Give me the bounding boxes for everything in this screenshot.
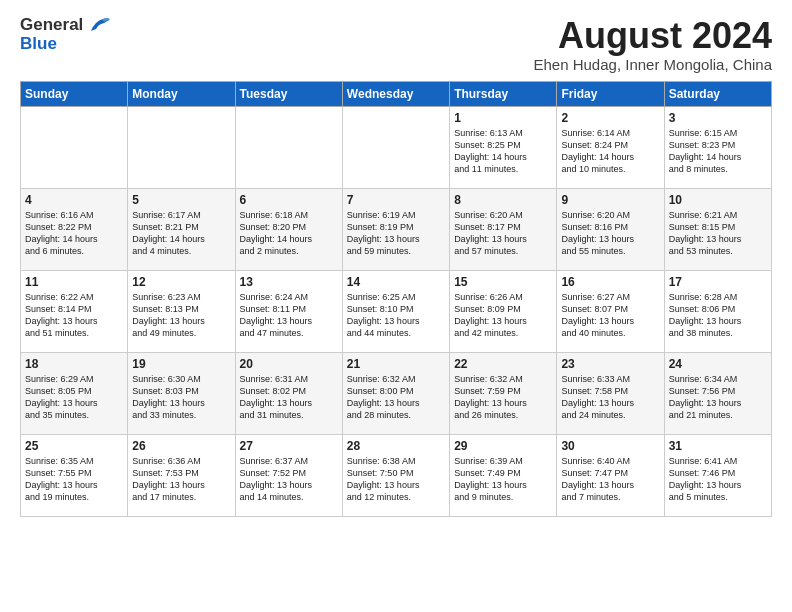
cell-content: Sunrise: 6:29 AM Sunset: 8:05 PM Dayligh… xyxy=(25,373,123,422)
calendar-cell: 25Sunrise: 6:35 AM Sunset: 7:55 PM Dayli… xyxy=(21,434,128,516)
day-number: 16 xyxy=(561,275,659,289)
cell-content: Sunrise: 6:36 AM Sunset: 7:53 PM Dayligh… xyxy=(132,455,230,504)
header-day-sunday: Sunday xyxy=(21,81,128,106)
day-number: 19 xyxy=(132,357,230,371)
logo-blue: Blue xyxy=(20,34,57,53)
calendar-cell: 30Sunrise: 6:40 AM Sunset: 7:47 PM Dayli… xyxy=(557,434,664,516)
calendar-cell: 28Sunrise: 6:38 AM Sunset: 7:50 PM Dayli… xyxy=(342,434,449,516)
logo-container: General Blue xyxy=(20,16,111,53)
cell-content: Sunrise: 6:14 AM Sunset: 8:24 PM Dayligh… xyxy=(561,127,659,176)
day-number: 15 xyxy=(454,275,552,289)
calendar-cell: 21Sunrise: 6:32 AM Sunset: 8:00 PM Dayli… xyxy=(342,352,449,434)
cell-content: Sunrise: 6:22 AM Sunset: 8:14 PM Dayligh… xyxy=(25,291,123,340)
day-number: 30 xyxy=(561,439,659,453)
cell-content: Sunrise: 6:23 AM Sunset: 8:13 PM Dayligh… xyxy=(132,291,230,340)
calendar-cell: 3Sunrise: 6:15 AM Sunset: 8:23 PM Daylig… xyxy=(664,106,771,188)
cell-content: Sunrise: 6:37 AM Sunset: 7:52 PM Dayligh… xyxy=(240,455,338,504)
cell-content: Sunrise: 6:21 AM Sunset: 8:15 PM Dayligh… xyxy=(669,209,767,258)
header-day-saturday: Saturday xyxy=(664,81,771,106)
week-row-5: 25Sunrise: 6:35 AM Sunset: 7:55 PM Dayli… xyxy=(21,434,772,516)
cell-content: Sunrise: 6:40 AM Sunset: 7:47 PM Dayligh… xyxy=(561,455,659,504)
header-day-tuesday: Tuesday xyxy=(235,81,342,106)
calendar-cell xyxy=(128,106,235,188)
calendar-cell: 9Sunrise: 6:20 AM Sunset: 8:16 PM Daylig… xyxy=(557,188,664,270)
cell-content: Sunrise: 6:16 AM Sunset: 8:22 PM Dayligh… xyxy=(25,209,123,258)
cell-content: Sunrise: 6:38 AM Sunset: 7:50 PM Dayligh… xyxy=(347,455,445,504)
calendar-cell: 13Sunrise: 6:24 AM Sunset: 8:11 PM Dayli… xyxy=(235,270,342,352)
calendar-cell: 5Sunrise: 6:17 AM Sunset: 8:21 PM Daylig… xyxy=(128,188,235,270)
calendar-cell: 14Sunrise: 6:25 AM Sunset: 8:10 PM Dayli… xyxy=(342,270,449,352)
day-number: 26 xyxy=(132,439,230,453)
cell-content: Sunrise: 6:32 AM Sunset: 8:00 PM Dayligh… xyxy=(347,373,445,422)
day-number: 7 xyxy=(347,193,445,207)
calendar-cell: 24Sunrise: 6:34 AM Sunset: 7:56 PM Dayli… xyxy=(664,352,771,434)
calendar-cell: 7Sunrise: 6:19 AM Sunset: 8:19 PM Daylig… xyxy=(342,188,449,270)
cell-content: Sunrise: 6:39 AM Sunset: 7:49 PM Dayligh… xyxy=(454,455,552,504)
day-number: 11 xyxy=(25,275,123,289)
calendar-cell: 1Sunrise: 6:13 AM Sunset: 8:25 PM Daylig… xyxy=(450,106,557,188)
calendar-cell: 27Sunrise: 6:37 AM Sunset: 7:52 PM Dayli… xyxy=(235,434,342,516)
day-number: 22 xyxy=(454,357,552,371)
day-number: 10 xyxy=(669,193,767,207)
calendar-cell: 22Sunrise: 6:32 AM Sunset: 7:59 PM Dayli… xyxy=(450,352,557,434)
day-number: 25 xyxy=(25,439,123,453)
calendar-cell: 18Sunrise: 6:29 AM Sunset: 8:05 PM Dayli… xyxy=(21,352,128,434)
day-number: 31 xyxy=(669,439,767,453)
day-number: 9 xyxy=(561,193,659,207)
calendar-cell: 12Sunrise: 6:23 AM Sunset: 8:13 PM Dayli… xyxy=(128,270,235,352)
day-number: 8 xyxy=(454,193,552,207)
day-number: 4 xyxy=(25,193,123,207)
cell-content: Sunrise: 6:20 AM Sunset: 8:16 PM Dayligh… xyxy=(561,209,659,258)
cell-content: Sunrise: 6:41 AM Sunset: 7:46 PM Dayligh… xyxy=(669,455,767,504)
location: Ehen Hudag, Inner Mongolia, China xyxy=(534,56,773,73)
logo: General Blue xyxy=(20,16,111,53)
calendar-cell: 15Sunrise: 6:26 AM Sunset: 8:09 PM Dayli… xyxy=(450,270,557,352)
header-day-wednesday: Wednesday xyxy=(342,81,449,106)
header: General Blue August 2024 Ehen Hudag, Inn… xyxy=(20,16,772,73)
title-block: August 2024 Ehen Hudag, Inner Mongolia, … xyxy=(534,16,773,73)
day-number: 20 xyxy=(240,357,338,371)
calendar-cell: 23Sunrise: 6:33 AM Sunset: 7:58 PM Dayli… xyxy=(557,352,664,434)
cell-content: Sunrise: 6:27 AM Sunset: 8:07 PM Dayligh… xyxy=(561,291,659,340)
day-number: 29 xyxy=(454,439,552,453)
day-number: 6 xyxy=(240,193,338,207)
day-number: 18 xyxy=(25,357,123,371)
cell-content: Sunrise: 6:33 AM Sunset: 7:58 PM Dayligh… xyxy=(561,373,659,422)
calendar-cell: 11Sunrise: 6:22 AM Sunset: 8:14 PM Dayli… xyxy=(21,270,128,352)
cell-content: Sunrise: 6:18 AM Sunset: 8:20 PM Dayligh… xyxy=(240,209,338,258)
week-row-4: 18Sunrise: 6:29 AM Sunset: 8:05 PM Dayli… xyxy=(21,352,772,434)
cell-content: Sunrise: 6:30 AM Sunset: 8:03 PM Dayligh… xyxy=(132,373,230,422)
day-number: 12 xyxy=(132,275,230,289)
logo-text: General Blue xyxy=(20,16,111,53)
calendar-cell xyxy=(21,106,128,188)
cell-content: Sunrise: 6:13 AM Sunset: 8:25 PM Dayligh… xyxy=(454,127,552,176)
day-number: 17 xyxy=(669,275,767,289)
header-day-thursday: Thursday xyxy=(450,81,557,106)
day-number: 2 xyxy=(561,111,659,125)
day-number: 21 xyxy=(347,357,445,371)
cell-content: Sunrise: 6:17 AM Sunset: 8:21 PM Dayligh… xyxy=(132,209,230,258)
calendar-cell: 20Sunrise: 6:31 AM Sunset: 8:02 PM Dayli… xyxy=(235,352,342,434)
cell-content: Sunrise: 6:26 AM Sunset: 8:09 PM Dayligh… xyxy=(454,291,552,340)
cell-content: Sunrise: 6:20 AM Sunset: 8:17 PM Dayligh… xyxy=(454,209,552,258)
calendar-cell: 2Sunrise: 6:14 AM Sunset: 8:24 PM Daylig… xyxy=(557,106,664,188)
page: General Blue August 2024 Ehen Hudag, Inn… xyxy=(0,0,792,533)
logo-bird-icon xyxy=(89,17,111,35)
calendar-cell: 10Sunrise: 6:21 AM Sunset: 8:15 PM Dayli… xyxy=(664,188,771,270)
cell-content: Sunrise: 6:25 AM Sunset: 8:10 PM Dayligh… xyxy=(347,291,445,340)
day-number: 1 xyxy=(454,111,552,125)
cell-content: Sunrise: 6:32 AM Sunset: 7:59 PM Dayligh… xyxy=(454,373,552,422)
day-number: 13 xyxy=(240,275,338,289)
day-number: 28 xyxy=(347,439,445,453)
header-day-monday: Monday xyxy=(128,81,235,106)
calendar-cell: 31Sunrise: 6:41 AM Sunset: 7:46 PM Dayli… xyxy=(664,434,771,516)
cell-content: Sunrise: 6:31 AM Sunset: 8:02 PM Dayligh… xyxy=(240,373,338,422)
day-number: 3 xyxy=(669,111,767,125)
calendar-cell: 17Sunrise: 6:28 AM Sunset: 8:06 PM Dayli… xyxy=(664,270,771,352)
week-row-3: 11Sunrise: 6:22 AM Sunset: 8:14 PM Dayli… xyxy=(21,270,772,352)
day-number: 5 xyxy=(132,193,230,207)
week-row-1: 1Sunrise: 6:13 AM Sunset: 8:25 PM Daylig… xyxy=(21,106,772,188)
calendar-cell: 8Sunrise: 6:20 AM Sunset: 8:17 PM Daylig… xyxy=(450,188,557,270)
day-number: 14 xyxy=(347,275,445,289)
cell-content: Sunrise: 6:19 AM Sunset: 8:19 PM Dayligh… xyxy=(347,209,445,258)
